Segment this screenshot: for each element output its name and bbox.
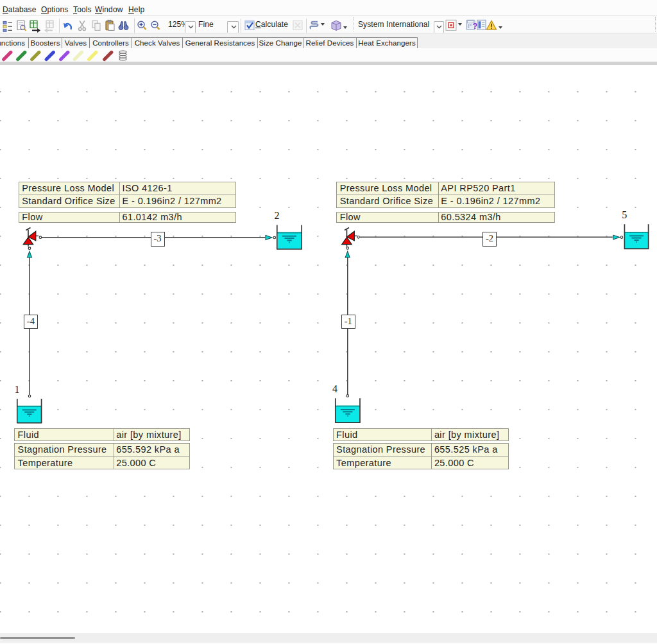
svg-text:?: ? [473,21,478,31]
